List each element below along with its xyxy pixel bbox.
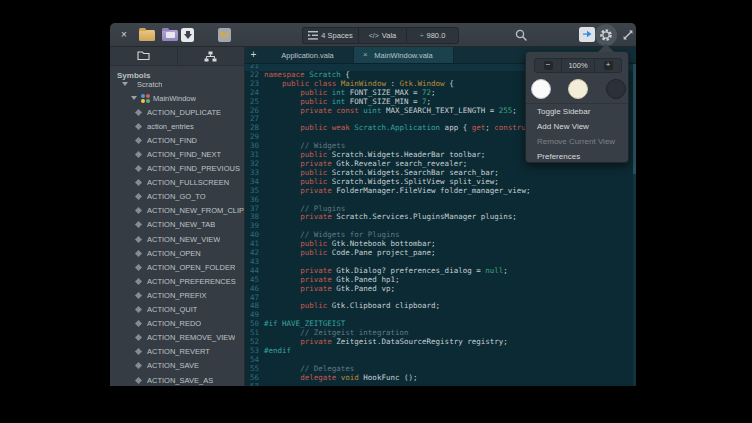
tab-application-vala[interactable]: Application.vala bbox=[262, 47, 354, 63]
symbol-item-action-redo[interactable]: ACTION_REDO bbox=[110, 317, 244, 331]
expander-icon[interactable] bbox=[122, 82, 128, 86]
symbol-diamond-icon bbox=[135, 250, 142, 257]
zoom-out-button[interactable]: − bbox=[535, 59, 561, 72]
symbol-item-mainwindow[interactable]: MainWindow bbox=[110, 91, 244, 105]
symbol-item-action-new-from-clipboard[interactable]: ACTION_NEW_FROM_CLIPBOARD bbox=[110, 204, 244, 218]
symbol-item-action-preferences[interactable]: ACTION_PREFERENCES bbox=[110, 274, 244, 288]
menu-item-add-new-view[interactable]: Add New View bbox=[526, 119, 628, 134]
zoom-level: 100% bbox=[561, 59, 595, 72]
symbol-item-action-new-view[interactable]: ACTION_NEW_VIEW bbox=[110, 232, 244, 246]
zoom-in-button[interactable]: + bbox=[595, 59, 621, 72]
symbol-label: ACTION_OPEN_FOLDER bbox=[147, 263, 235, 272]
expander-icon[interactable] bbox=[131, 96, 137, 100]
symbol-diamond-icon bbox=[135, 137, 142, 144]
symbol-diamond-icon bbox=[135, 334, 142, 341]
symbol-item-action-entries[interactable]: action_entries bbox=[110, 119, 244, 133]
save-icon[interactable] bbox=[181, 28, 194, 42]
tab-list: Application.vala×MainWindow.vala bbox=[262, 47, 454, 63]
code-line-56: 56 delegate void HookFunc (); bbox=[245, 374, 636, 383]
divide-icon: ÷ bbox=[420, 32, 424, 39]
symbol-item-action-prefix[interactable]: ACTION_PREFIX bbox=[110, 288, 244, 302]
symbol-label: ACTION_REDO bbox=[147, 319, 201, 328]
symbol-item-action-find[interactable]: ACTION_FIND bbox=[110, 133, 244, 147]
language-button[interactable]: </> Vala bbox=[358, 27, 406, 44]
code-line-35: 35 private FolderManager.FileView folder… bbox=[245, 187, 636, 196]
symbol-diamond-icon bbox=[135, 221, 142, 228]
symbol-item-action-save-as[interactable]: ACTION_SAVE_AS bbox=[110, 373, 244, 386]
window-close-button[interactable]: × bbox=[117, 27, 131, 42]
editor-scrollbar[interactable] bbox=[633, 64, 636, 386]
code-line-42: 42 public Code.Pane project_pane; bbox=[245, 249, 636, 258]
indent-icon bbox=[308, 31, 318, 40]
symbol-item-action-open[interactable]: ACTION_OPEN bbox=[110, 246, 244, 260]
symbol-item-action-revert[interactable]: ACTION_REVERT bbox=[110, 345, 244, 359]
symbol-item-action-quit[interactable]: ACTION_QUIT bbox=[110, 303, 244, 317]
search-icon[interactable] bbox=[514, 28, 528, 42]
line-source: #endif bbox=[259, 347, 291, 356]
symbol-diamond-icon bbox=[135, 264, 142, 271]
line-source: private Gtk.Paned vp; bbox=[259, 285, 395, 294]
templates-folder-icon[interactable] bbox=[162, 30, 178, 41]
symbol-label: ACTION_FIND_NEXT bbox=[147, 150, 221, 159]
fullscreen-icon[interactable] bbox=[621, 28, 635, 42]
symbol-diamond-icon bbox=[135, 348, 142, 355]
open-file-icon[interactable] bbox=[139, 30, 155, 41]
symbol-item-action-open-folder[interactable]: ACTION_OPEN_FOLDER bbox=[110, 260, 244, 274]
symbol-label: ACTION_PREFIX bbox=[147, 291, 207, 300]
symbol-diamond-icon bbox=[135, 362, 142, 369]
menu-item-preferences[interactable]: Preferences bbox=[526, 149, 628, 164]
line-source: public Code.Pane project_pane; bbox=[259, 249, 436, 258]
menu-items: Toggle SidebarAdd New ViewRemove Current… bbox=[526, 104, 628, 164]
minus-icon: − bbox=[544, 61, 553, 70]
symbols-outline-tab[interactable] bbox=[177, 47, 245, 65]
symbols-tree: ScratchMainWindowACTION_DUPLICATEaction_… bbox=[110, 77, 244, 386]
symbol-item-action-fullscreen[interactable]: ACTION_FULLSCREEN bbox=[110, 176, 244, 190]
line-source: public Gtk.Clipboard clipboard; bbox=[259, 302, 440, 311]
code-line-48: 48 public Gtk.Clipboard clipboard; bbox=[245, 302, 636, 311]
symbol-item-action-find-next[interactable]: ACTION_FIND_NEXT bbox=[110, 147, 244, 161]
revert-icon[interactable] bbox=[218, 28, 231, 42]
tab-mainwindow-vala[interactable]: ×MainWindow.vala bbox=[354, 47, 454, 63]
style-scheme-light[interactable] bbox=[531, 79, 551, 99]
symbol-diamond-icon bbox=[135, 179, 142, 186]
symbol-label: ACTION_NEW_TAB bbox=[147, 220, 215, 229]
symbol-item-action-new-tab[interactable]: ACTION_NEW_TAB bbox=[110, 218, 244, 232]
symbol-item-scratch[interactable]: Scratch bbox=[110, 77, 244, 91]
document-settings-group: 4 Spaces </> Vala ÷ 980.0 bbox=[302, 27, 459, 44]
goto-line-button[interactable]: ÷ 980.0 bbox=[406, 27, 459, 44]
line-source bbox=[259, 383, 264, 386]
symbol-item-action-find-previous[interactable]: ACTION_FIND_PREVIOUS bbox=[110, 162, 244, 176]
symbol-diamond-icon bbox=[135, 236, 142, 243]
new-tab-button[interactable]: + bbox=[245, 47, 262, 63]
scrollbar-thumb[interactable] bbox=[633, 64, 636, 174]
zoom-control: − 100% + bbox=[534, 58, 622, 73]
gear-icon bbox=[599, 28, 613, 42]
indent-width-button[interactable]: 4 Spaces bbox=[302, 27, 358, 44]
style-scheme-dark[interactable] bbox=[606, 79, 626, 99]
tab-close-icon[interactable]: × bbox=[363, 47, 368, 64]
code-line-38: 38 private Scratch.Services.PluginsManag… bbox=[245, 213, 636, 222]
symbol-label: ACTION_FIND bbox=[147, 136, 197, 145]
symbol-label: ACTION_NEW_FROM_CLIPBOARD bbox=[147, 206, 244, 215]
menu-button[interactable] bbox=[595, 24, 617, 46]
project-files-tab[interactable] bbox=[110, 47, 177, 65]
symbol-diamond-icon bbox=[135, 123, 142, 130]
line-source: private FolderManager.FileView folder_ma… bbox=[259, 187, 530, 196]
symbol-diamond-icon bbox=[135, 165, 142, 172]
symbol-label: ACTION_SAVE_AS bbox=[147, 376, 213, 385]
symbol-item-action-go-to[interactable]: ACTION_GO_TO bbox=[110, 190, 244, 204]
code-icon: </> bbox=[369, 32, 379, 39]
menu-item-toggle-sidebar[interactable]: Toggle Sidebar bbox=[526, 104, 628, 119]
app-menu-popover: − 100% + Toggle SidebarAdd New ViewRemov… bbox=[525, 51, 629, 163]
symbol-label: ACTION_DUPLICATE bbox=[147, 108, 221, 117]
symbol-item-action-remove-view[interactable]: ACTION_REMOVE_VIEW bbox=[110, 331, 244, 345]
symbol-diamond-icon bbox=[135, 109, 142, 116]
symbol-item-action-duplicate[interactable]: ACTION_DUPLICATE bbox=[110, 105, 244, 119]
code-line-57: 57 bbox=[245, 383, 636, 386]
share-icon[interactable] bbox=[579, 27, 595, 42]
headerbar: × 4 Spaces bbox=[110, 23, 636, 47]
language-label: Vala bbox=[382, 31, 396, 40]
symbol-label: ACTION_FULLSCREEN bbox=[147, 178, 229, 187]
style-scheme-sepia[interactable] bbox=[568, 79, 588, 99]
symbol-item-action-save[interactable]: ACTION_SAVE bbox=[110, 359, 244, 373]
